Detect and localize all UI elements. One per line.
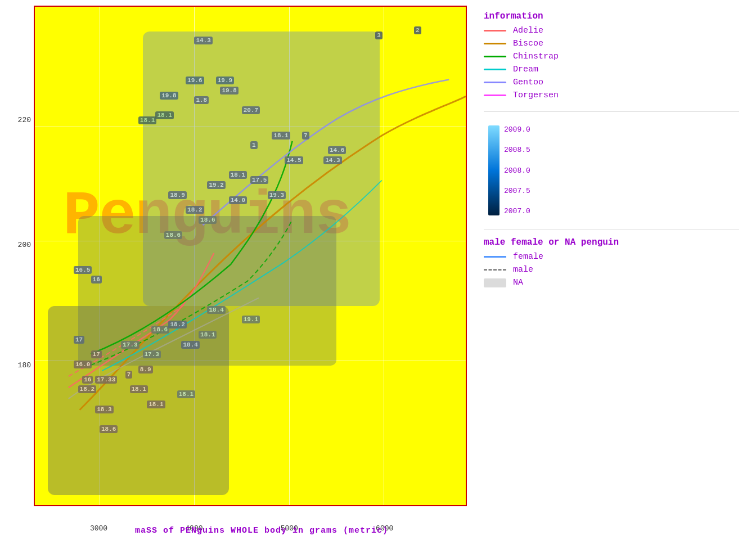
- grid-v-6000: [384, 7, 384, 505]
- data-label-14: 14.3: [194, 37, 212, 44]
- female-label: female: [513, 252, 543, 262]
- data-label-198: 19.8: [220, 87, 238, 94]
- data-label-186c: 18.6: [151, 326, 169, 334]
- sex-section: male female or NA penguin female male NA: [484, 237, 739, 291]
- year-75-label: 2008.5: [504, 146, 530, 154]
- color-labels-right: 2009.0 2008.5 2008.0 2007.5 2007.0: [504, 125, 530, 215]
- data-label-186: 18.6: [199, 216, 217, 224]
- data-label-173: 17.3: [121, 341, 139, 349]
- torgersen-line: [484, 94, 506, 96]
- legend-item-adelie: Adelie: [484, 26, 739, 35]
- data-label-183: 18.3: [95, 406, 113, 413]
- adelie-line: [484, 30, 506, 32]
- divider-1: [484, 111, 739, 112]
- data-label-1413: 14.3: [323, 156, 341, 164]
- data-label-1a: 1: [250, 141, 258, 149]
- plot-area: Penguins WHOLE flipper in millimeters (m…: [0, 0, 472, 540]
- year-scale-section: 2009.0 2008.5 2008.0 2007.5 2007.0: [484, 120, 739, 221]
- data-label-2: 2: [414, 26, 421, 34]
- data-label-3: 3: [375, 32, 382, 39]
- data-label-3a: 19.8: [160, 92, 178, 100]
- x-axis-label: maSS of PENguins WHOLE body in grams (me…: [135, 526, 388, 536]
- x-tick-3000: 3000: [90, 524, 107, 533]
- data-label-160: 16.0: [74, 361, 92, 368]
- chinstrap-label: Chinstrap: [513, 52, 559, 61]
- legend-item-biscoe: Biscoe: [484, 39, 739, 48]
- legend-item-chinstrap: Chinstrap: [484, 52, 739, 61]
- gentoo-label: Gentoo: [513, 78, 543, 87]
- data-label-181b: 18.1: [138, 116, 156, 124]
- data-label-16b: 16: [82, 376, 93, 384]
- data-label-192: 19.2: [207, 181, 225, 189]
- chart-box: Penguins: [34, 6, 467, 506]
- data-label-165: 16.5: [74, 266, 92, 274]
- legend-item-female: female: [484, 252, 739, 262]
- na-box: [484, 278, 506, 287]
- data-label-181h: 18.1: [177, 390, 195, 398]
- data-label-182c: 18.2: [78, 385, 96, 393]
- data-label-146: 14.6: [328, 146, 346, 154]
- divider-2: [484, 229, 739, 230]
- year-50-label: 2008.0: [504, 166, 530, 175]
- male-label: male: [513, 265, 533, 274]
- data-label-182: 18.2: [186, 206, 204, 214]
- data-label-173b: 17.3: [143, 350, 161, 358]
- data-label-1733: 17.33: [95, 376, 117, 384]
- data-label-7: 7: [302, 132, 309, 140]
- biscoe-line: [484, 43, 506, 44]
- data-label-17: 17: [74, 336, 84, 344]
- color-bar: [488, 125, 500, 215]
- y-tick-200: 200: [18, 241, 31, 249]
- data-label-17b: 17: [91, 350, 102, 358]
- legend-item-gentoo: Gentoo: [484, 78, 739, 87]
- data-label-181e: 18.1: [199, 331, 217, 339]
- female-line: [484, 256, 506, 258]
- main-container: Penguins WHOLE flipper in millimeters (m…: [0, 0, 756, 540]
- year-25-label: 2007.5: [504, 187, 530, 195]
- data-label-207: 20.7: [242, 106, 260, 114]
- data-label-191: 19.1: [242, 316, 260, 323]
- data-label-1415: 14.5: [285, 156, 303, 164]
- data-label-140: 14.0: [229, 196, 247, 204]
- data-label-181d: 18.1: [229, 171, 247, 179]
- legend-item-dream: Dream: [484, 65, 739, 74]
- data-label-181g: 18.1: [147, 400, 165, 408]
- data-label-16: 16: [91, 276, 102, 284]
- data-label-7b: 7: [125, 371, 133, 379]
- sex-title: male female or NA penguin: [484, 237, 739, 248]
- na-label: NA: [513, 278, 523, 287]
- torgersen-label: Torgersen: [513, 91, 559, 100]
- data-label-184b: 18.4: [181, 341, 199, 349]
- data-label-186b: 18.6: [164, 231, 182, 239]
- dream-line: [484, 69, 506, 70]
- legend-item-male: male: [484, 265, 739, 274]
- color-scale: 2009.0 2008.5 2008.0 2007.5 2007.0: [484, 125, 739, 215]
- data-label-4: 1.8: [194, 96, 209, 104]
- data-label-2a: 19.9: [216, 76, 234, 84]
- data-label-1: 19.6: [186, 76, 204, 84]
- year-max-label: 2009.0: [504, 125, 530, 134]
- information-title: information: [484, 11, 739, 21]
- data-label-184: 18.4: [207, 306, 225, 314]
- chinstrap-line: [484, 56, 506, 57]
- adelie-label: Adelie: [513, 26, 543, 35]
- information-section: information Adelie Biscoe Chinstrap Drea…: [484, 11, 739, 104]
- y-tick-180: 180: [18, 361, 31, 370]
- cluster-middle: [78, 216, 337, 366]
- data-label-181: 18.1: [272, 132, 290, 140]
- data-label-189: 18.9: [168, 191, 186, 199]
- dream-label: Dream: [513, 65, 538, 74]
- legend-item-na: NA: [484, 278, 739, 287]
- legend-item-torgersen: Torgersen: [484, 91, 739, 100]
- data-label-8dot9: 8.9: [138, 366, 153, 374]
- data-label-175: 17.5: [250, 176, 268, 184]
- gentoo-line: [484, 82, 506, 83]
- data-label-193: 19.3: [268, 191, 286, 199]
- data-label-181c: 18.1: [155, 111, 173, 119]
- year-min-label: 2007.0: [504, 207, 530, 215]
- data-label-181f: 18.1: [130, 385, 148, 393]
- legend-area: information Adelie Biscoe Chinstrap Drea…: [472, 0, 750, 540]
- data-label-182b: 18.2: [168, 321, 186, 328]
- male-line: [484, 269, 506, 271]
- biscoe-label: Biscoe: [513, 39, 543, 48]
